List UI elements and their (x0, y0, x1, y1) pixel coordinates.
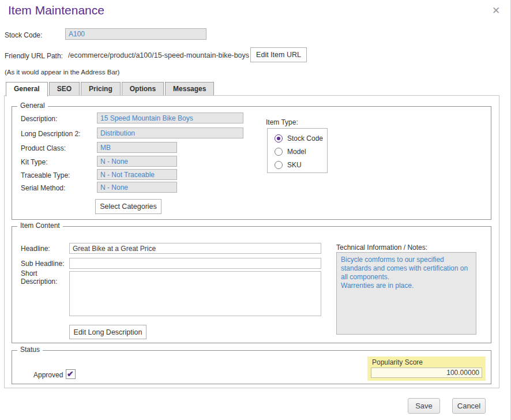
general-groupbox: General Description: Long Description 2:… (12, 106, 491, 220)
headline-input[interactable] (69, 243, 321, 254)
tab-options[interactable]: Options (122, 82, 164, 95)
long-description-2-field[interactable] (97, 127, 243, 138)
technical-notes-box: Bicycle comforms to our specified standa… (336, 252, 476, 335)
page-title: Item Maintenance (8, 3, 104, 17)
select-categories-button[interactable]: Select Categories (95, 199, 161, 214)
kit-type-label: Kit Type: (21, 158, 47, 166)
traceable-type-field[interactable] (97, 169, 177, 180)
item-type-label: Item Type: (266, 118, 298, 126)
stock-code-label: Stock Code: (5, 31, 42, 39)
stock-code-field[interactable] (65, 28, 206, 40)
cancel-button[interactable]: Cancel (452, 398, 486, 414)
technical-notes-line: Warrenties are in place. (341, 282, 472, 290)
serial-method-label: Serial Method: (21, 184, 65, 192)
save-button[interactable]: Save (408, 398, 440, 414)
popularity-panel: Popularity Score (367, 357, 486, 381)
traceable-type-label: Traceable Type: (21, 171, 70, 179)
status-groupbox: Status Approved Popularity Score (12, 350, 491, 384)
status-legend: Status (17, 346, 43, 354)
popularity-input[interactable] (371, 367, 482, 378)
short-description-textarea[interactable] (69, 271, 321, 316)
approved-checkbox[interactable] (66, 369, 76, 379)
short-description-label: Short Description: (21, 269, 62, 286)
radio-model-icon[interactable] (275, 148, 283, 156)
sub-headline-input[interactable] (69, 258, 321, 269)
description-field[interactable] (97, 112, 243, 123)
serial-method-field[interactable] (97, 182, 177, 193)
radio-stock-code[interactable]: Stock Code (275, 134, 323, 142)
friendly-url-value: /ecommerce/product/a100/15-speed-mountai… (68, 51, 249, 59)
tab-general[interactable]: General (6, 82, 48, 96)
description-label: Description: (21, 115, 57, 123)
item-content-groupbox: Item Content Headline: Sub Headline: Sho… (12, 226, 491, 343)
technical-notes-line: Bicycle comforms to our specified standa… (341, 256, 472, 282)
address-bar-note: (As it would appear in the Address Bar) (5, 69, 119, 76)
item-type-group: Stock Code Model SKU (267, 128, 328, 173)
popularity-label: Popularity Score (372, 358, 423, 366)
item-maintenance-dialog: Item Maintenance ✕ Stock Code: Friendly … (0, 0, 511, 420)
edit-item-url-button[interactable]: Edit Item URL (250, 47, 307, 62)
tab-bar: General SEO Pricing Options Messages (6, 82, 214, 96)
tab-pricing[interactable]: Pricing (81, 82, 121, 95)
tab-seo[interactable]: SEO (49, 82, 80, 95)
radio-sku[interactable]: SKU (275, 161, 302, 169)
general-legend: General (17, 102, 48, 110)
technical-notes-label: Technical Information / Notes: (336, 243, 427, 252)
approved-label: Approved (33, 371, 63, 379)
close-icon[interactable]: ✕ (492, 5, 500, 17)
product-class-field[interactable] (97, 142, 177, 153)
radio-model[interactable]: Model (275, 148, 306, 156)
radio-stock-code-icon[interactable] (275, 134, 283, 142)
friendly-url-label: Friendly URL Path: (5, 52, 63, 60)
item-content-legend: Item Content (17, 222, 63, 230)
edit-long-description-button[interactable]: Edit Long Description (69, 325, 146, 339)
tab-messages[interactable]: Messages (165, 82, 214, 95)
long-description-2-label: Long Description 2: (21, 130, 80, 138)
headline-label: Headline: (21, 245, 50, 253)
product-class-label: Product Class: (21, 144, 66, 152)
sub-headline-label: Sub Headline: (21, 260, 64, 268)
radio-sku-icon[interactable] (275, 161, 283, 169)
kit-type-field[interactable] (97, 156, 177, 167)
